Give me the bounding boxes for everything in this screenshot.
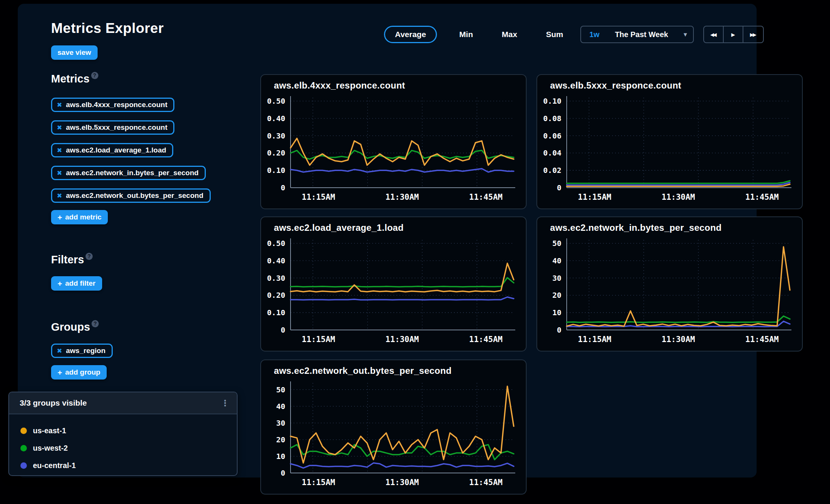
- plus-icon: +: [58, 369, 62, 376]
- metric-chip[interactable]: ✖aws.elb.4xxx_responce.count: [51, 98, 174, 112]
- page-title: Metrics Explorer: [51, 20, 164, 36]
- y-axis-tick-label: 0.20: [267, 148, 285, 157]
- x-axis-tick-label: 11:15AM: [578, 335, 611, 344]
- chart-plot: 5040302010011:15AM11:30AM11:45AM: [261, 360, 527, 495]
- agg-option-max[interactable]: Max: [495, 26, 524, 43]
- y-axis-tick-label: 0: [281, 325, 285, 334]
- help-icon[interactable]: ?: [92, 320, 99, 327]
- x-axis-tick-label: 11:30AM: [385, 193, 419, 202]
- remove-icon[interactable]: ✖: [57, 101, 62, 109]
- y-axis-tick-label: 10: [552, 308, 561, 317]
- x-axis-tick-label: 11:45AM: [469, 335, 503, 344]
- agg-option-average[interactable]: Average: [384, 26, 437, 43]
- y-axis-tick-label: 0.10: [543, 96, 561, 106]
- remove-icon[interactable]: ✖: [57, 146, 62, 154]
- chart-card-network-in: aws.ec2.network_in.bytes_per_second 5040…: [536, 216, 803, 352]
- chart-card-load-average: aws.ec2.load_average_1.load 0.500.400.30…: [260, 216, 527, 352]
- metric-chip-label: aws.ec2.load_average_1.load: [66, 146, 166, 154]
- metric-chip-list: ✖aws.elb.4xxx_responce.count✖aws.elb.5xx…: [51, 98, 211, 203]
- x-axis-tick-label: 11:45AM: [745, 335, 779, 344]
- chart-card-elb-5xxx: aws.elb.5xxx_responce.count 0.100.080.06…: [536, 74, 803, 209]
- skip-back-icon[interactable]: ◀◀: [704, 26, 724, 42]
- series-line-us-east-1: [567, 247, 790, 326]
- chart-card-elb-4xxx: aws.elb.4xxx_responce.count 0.500.400.30…: [260, 74, 527, 209]
- y-axis-tick-label: 0.40: [267, 256, 285, 265]
- metric-chip-label: aws.ec2.network_in.bytes_per_second: [66, 169, 199, 177]
- x-axis-tick-label: 11:15AM: [302, 193, 335, 202]
- groups-visible-count: 3/3 groups visible: [20, 398, 221, 408]
- x-axis-tick-label: 11:30AM: [662, 193, 695, 202]
- legend-item-label: us-east-1: [33, 426, 66, 435]
- metric-chip-label: aws.elb.5xxx_responce.count: [66, 123, 167, 132]
- metric-chip[interactable]: ✖aws.ec2.network_in.bytes_per_second: [51, 166, 206, 180]
- y-axis-tick-label: 50: [552, 239, 561, 248]
- add-filter-button[interactable]: + add filter: [51, 276, 102, 291]
- remove-icon[interactable]: ✖: [57, 169, 62, 177]
- x-axis-tick-label: 11:15AM: [302, 478, 335, 487]
- y-axis-tick-label: 0.08: [543, 114, 561, 123]
- x-axis-tick-label: 11:15AM: [578, 193, 611, 202]
- time-range-label: The Past Week: [606, 30, 677, 39]
- legend-color-dot: [20, 428, 27, 434]
- legend-color-dot: [20, 462, 27, 469]
- y-axis-tick-label: 0: [281, 468, 285, 478]
- chart-plot: 0.500.400.300.200.10011:15AM11:30AM11:45…: [261, 75, 527, 210]
- legend-item-label: eu-central-1: [33, 461, 76, 470]
- series-line-eu-central-1: [291, 297, 514, 300]
- group-chip-list: ✖aws_region: [51, 344, 113, 358]
- remove-icon[interactable]: ✖: [57, 124, 62, 131]
- time-nav-buttons: ◀◀ ▶ ▶▶: [703, 26, 764, 43]
- save-view-button[interactable]: save view: [51, 45, 98, 60]
- y-axis-tick-label: 0.50: [267, 239, 285, 248]
- group-chip[interactable]: ✖aws_region: [51, 344, 113, 358]
- time-range-dropdown[interactable]: 1w The Past Week ▾: [580, 26, 694, 43]
- y-axis-tick-label: 20: [276, 435, 285, 444]
- add-group-button[interactable]: + add group: [51, 365, 107, 380]
- legend-item-us-east-1[interactable]: us-east-1: [20, 422, 237, 439]
- skip-forward-icon[interactable]: ▶▶: [743, 26, 763, 42]
- add-metric-button[interactable]: + add metric: [51, 210, 108, 224]
- y-axis-tick-label: 0.02: [543, 166, 561, 175]
- metric-chip[interactable]: ✖aws.ec2.network_out.bytes_per_second: [51, 188, 211, 203]
- legend-item-eu-central-1[interactable]: eu-central-1: [20, 457, 237, 474]
- step-forward-icon[interactable]: ▶: [724, 26, 743, 42]
- y-axis-tick-label: 0.40: [267, 114, 285, 123]
- remove-icon[interactable]: ✖: [57, 347, 62, 355]
- metrics-heading: Metrics?: [51, 73, 98, 85]
- y-axis-tick-label: 0.20: [267, 291, 285, 300]
- chart-plot: 0.500.400.300.200.10011:15AM11:30AM11:45…: [261, 217, 527, 352]
- y-axis-tick-label: 40: [276, 402, 285, 411]
- chart-plot: 0.100.080.060.040.02011:15AM11:30AM11:45…: [537, 75, 804, 210]
- x-axis-tick-label: 11:45AM: [469, 193, 503, 202]
- x-axis-tick-label: 11:30AM: [385, 478, 419, 487]
- metric-chip-label: aws.ec2.network_out.bytes_per_second: [66, 191, 203, 200]
- y-axis-tick-label: 30: [276, 418, 285, 428]
- series-line-us-west-2: [567, 181, 790, 184]
- kebab-menu-icon[interactable]: ⋮: [221, 398, 229, 408]
- filters-heading: Filters?: [51, 254, 93, 266]
- metric-chip-label: aws.elb.4xxx_responce.count: [66, 101, 167, 109]
- agg-option-min[interactable]: Min: [453, 26, 479, 43]
- metric-chip[interactable]: ✖aws.elb.5xxx_responce.count: [51, 120, 174, 135]
- help-icon[interactable]: ?: [91, 72, 98, 79]
- x-axis-tick-label: 11:45AM: [469, 478, 503, 487]
- remove-icon[interactable]: ✖: [57, 192, 62, 199]
- agg-option-sum[interactable]: Sum: [539, 26, 570, 43]
- metric-chip[interactable]: ✖aws.ec2.load_average_1.load: [51, 143, 173, 157]
- series-line-eu-central-1: [291, 169, 514, 172]
- legend-item-label: us-west-2: [33, 444, 68, 453]
- chart-plot: 5040302010011:15AM11:30AM11:45AM: [537, 217, 804, 352]
- help-icon[interactable]: ?: [85, 253, 93, 260]
- aggregation-toggle-bar: AverageMinMaxSum: [384, 26, 570, 43]
- x-axis-tick-label: 11:30AM: [385, 335, 419, 344]
- plus-icon: +: [58, 213, 62, 221]
- time-range-badge: 1w: [589, 30, 600, 39]
- legend-color-dot: [20, 445, 27, 451]
- series-line-eu-central-1: [291, 463, 514, 468]
- y-axis-tick-label: 50: [276, 385, 285, 394]
- series-line-us-east-1: [291, 386, 514, 463]
- legend-header: 3/3 groups visible ⋮: [9, 392, 237, 414]
- legend-item-us-west-2[interactable]: us-west-2: [20, 439, 237, 457]
- y-axis-tick-label: 0.50: [267, 96, 285, 106]
- series-line-us-west-2: [291, 278, 514, 287]
